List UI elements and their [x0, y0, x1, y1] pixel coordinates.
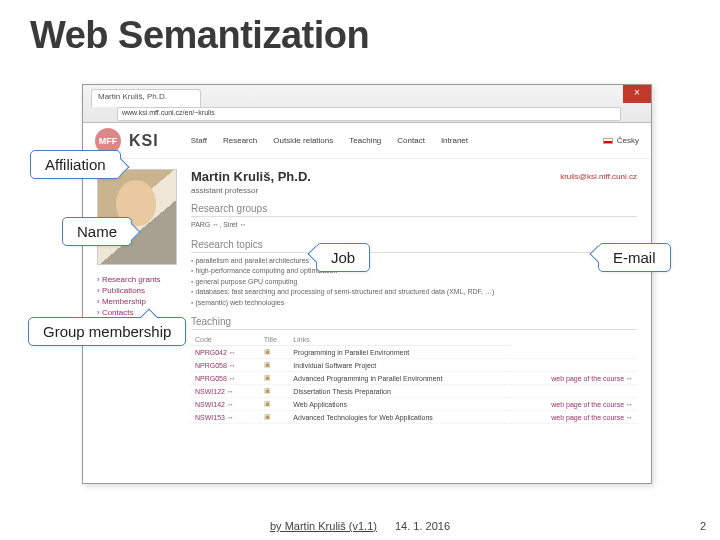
course-title: Advanced Technologies for Web Applicatio… [289, 411, 510, 424]
groups-line: PARG ↔, Siret ↔ [191, 220, 637, 231]
browser-screenshot: Martin Kruliš, Ph.D. × www.ksi.mff.cuni.… [82, 84, 652, 484]
course-table: Code Title Links NPRG042 ↔▣Programming i… [191, 334, 637, 424]
course-code[interactable]: NSWI142 ↔ [191, 398, 260, 411]
course-sep: ▣ [260, 398, 290, 411]
topic-item: (semantic) web technologies [191, 298, 637, 309]
callout-affiliation: Affiliation [30, 150, 121, 179]
person-email[interactable]: krulis@ksi.mff.cuni.cz [560, 172, 637, 181]
course-sep: ▣ [260, 346, 290, 359]
col-links: Links [289, 334, 510, 346]
address-bar[interactable]: www.ksi.mff.cuni.cz/en/~krulis [117, 107, 621, 121]
nav-item[interactable]: Teaching [349, 136, 381, 145]
course-link[interactable]: web page of the course ↔ [511, 398, 637, 411]
site-header: MFF KSI Staff Research Outside relations… [83, 123, 651, 159]
language-switch[interactable]: Česky [603, 136, 639, 145]
course-title: Dissertation Thesis Preparation [289, 385, 510, 398]
course-code[interactable]: NPRG042 ↔ [191, 346, 260, 359]
close-icon[interactable]: × [623, 85, 651, 103]
course-link[interactable]: web page of the course ↔ [511, 372, 637, 385]
ksi-logo: KSI [129, 132, 159, 150]
course-code[interactable]: NPRG058 ↔ [191, 359, 260, 372]
side-links: Research grants Publications Membership … [97, 275, 177, 317]
course-code[interactable]: NSWI153 ↔ [191, 411, 260, 424]
course-sep: ▣ [260, 372, 290, 385]
flag-icon [603, 138, 613, 144]
job-title: assistant professor [191, 186, 637, 195]
callout-name: Name [62, 217, 132, 246]
side-link[interactable]: Contacts [97, 308, 177, 317]
side-link[interactable]: Publications [97, 286, 177, 295]
slide-title: Web Semantization [30, 14, 369, 57]
nav-item[interactable]: Staff [191, 136, 207, 145]
section-teaching: Teaching [191, 316, 637, 330]
course-sep: ▣ [260, 385, 290, 398]
footer-credit: by Martin Kruliš (v1.1) [270, 520, 377, 532]
col-code: Code [191, 334, 260, 346]
callout-email: E-mail [598, 243, 671, 272]
table-row: NSWI142 ↔▣Web Applicationsweb page of th… [191, 398, 637, 411]
callout-group-membership: Group membership [28, 317, 186, 346]
course-title: Advanced Programming in Parallel Environ… [289, 372, 510, 385]
nav-item[interactable]: Contact [397, 136, 425, 145]
table-row: NPRG042 ↔▣Programming in Parallel Enviro… [191, 346, 637, 359]
side-link[interactable]: Research grants [97, 275, 177, 284]
course-sep: ▣ [260, 359, 290, 372]
topic-item: parallelism and parallel architectures [191, 256, 637, 267]
topic-item: databases: fast searching and processing… [191, 287, 637, 298]
topic-item: general purpose GPU computing [191, 277, 637, 288]
top-nav: Staff Research Outside relations Teachin… [191, 136, 468, 145]
course-sep: ▣ [260, 411, 290, 424]
nav-item[interactable]: Intranet [441, 136, 468, 145]
nav-item[interactable]: Outside relations [273, 136, 333, 145]
section-research-groups: Research groups [191, 203, 637, 217]
table-row: NSWI153 ↔▣Advanced Technologies for Web … [191, 411, 637, 424]
course-title: Individual Software Project [289, 359, 510, 372]
topic-item: high-performance computing and optimizat… [191, 266, 637, 277]
table-row: NSWI122 ↔▣Dissertation Thesis Preparatio… [191, 385, 637, 398]
course-link[interactable] [511, 385, 637, 398]
table-row: NPRG058 ↔▣Individual Software Project [191, 359, 637, 372]
page-body: MFF KSI Staff Research Outside relations… [83, 123, 651, 483]
nav-item[interactable]: Research [223, 136, 257, 145]
course-code[interactable]: NSWI122 ↔ [191, 385, 260, 398]
table-row: NPRG058 ↔▣Advanced Programming in Parall… [191, 372, 637, 385]
course-code[interactable]: NPRG058 ↔ [191, 372, 260, 385]
section-research-topics: Research topics [191, 239, 637, 253]
col-title: Title [260, 334, 290, 346]
course-link[interactable] [511, 359, 637, 372]
topics-list: parallelism and parallel architectures h… [191, 256, 637, 309]
callout-job: Job [316, 243, 370, 272]
side-link[interactable]: Membership [97, 297, 177, 306]
slide-footer: by Martin Kruliš (v1.1) 14. 1. 2016 [0, 520, 720, 532]
browser-chrome: Martin Kruliš, Ph.D. × www.ksi.mff.cuni.… [83, 85, 651, 123]
course-link[interactable]: web page of the course ↔ [511, 411, 637, 424]
course-link[interactable] [511, 346, 637, 359]
footer-date: 14. 1. 2016 [395, 520, 450, 532]
course-title: Programming in Parallel Environment [289, 346, 510, 359]
person-name: Martin Kruliš, Ph.D. [191, 169, 311, 184]
browser-tab[interactable]: Martin Kruliš, Ph.D. [91, 89, 201, 107]
page-number: 2 [700, 520, 706, 532]
course-title: Web Applications [289, 398, 510, 411]
